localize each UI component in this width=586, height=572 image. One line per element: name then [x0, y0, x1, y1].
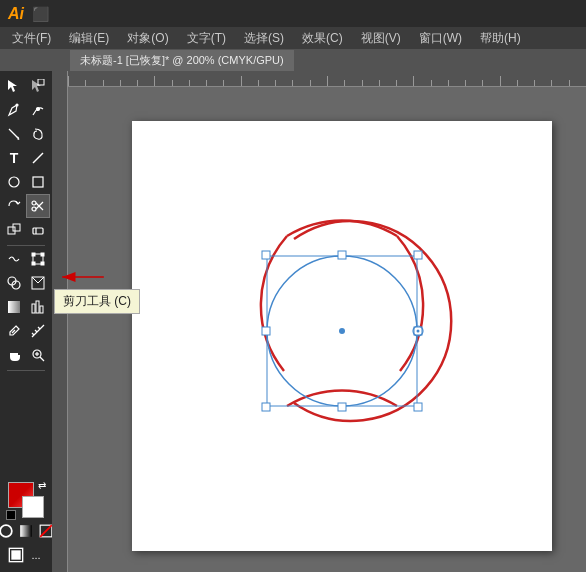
ruler-left — [52, 71, 68, 572]
menu-window[interactable]: 窗口(W) — [411, 28, 470, 49]
svg-rect-52 — [338, 251, 346, 259]
eyedropper-tool[interactable] — [3, 320, 25, 342]
menu-view[interactable]: 视图(V) — [353, 28, 409, 49]
divider-1 — [7, 245, 45, 246]
svg-rect-17 — [32, 253, 35, 256]
artboard-icon[interactable] — [7, 546, 25, 564]
scale-tool[interactable] — [3, 219, 25, 241]
menu-bar: 文件(F) 编辑(E) 对象(O) 文字(T) 选择(S) 效果(C) 视图(V… — [0, 27, 586, 49]
svg-rect-20 — [41, 262, 44, 265]
menu-object[interactable]: 对象(O) — [119, 28, 176, 49]
svg-marker-0 — [8, 80, 17, 92]
ellipse-tool[interactable] — [3, 171, 25, 193]
svg-point-8 — [32, 201, 36, 205]
curvature-tool[interactable] — [27, 99, 49, 121]
menu-help[interactable]: 帮助(H) — [472, 28, 529, 49]
svg-rect-50 — [262, 403, 270, 411]
svg-rect-43 — [12, 551, 20, 559]
blob-brush-tool[interactable] — [27, 123, 49, 145]
svg-rect-53 — [338, 403, 346, 411]
svg-line-30 — [12, 330, 15, 333]
pen-tool[interactable] — [3, 99, 25, 121]
svg-rect-19 — [32, 262, 35, 265]
svg-line-35 — [40, 357, 44, 361]
svg-rect-27 — [32, 304, 35, 313]
scissors-tool[interactable] — [27, 195, 49, 217]
svg-rect-26 — [8, 301, 20, 313]
menu-select[interactable]: 选择(S) — [236, 28, 292, 49]
color-section: ⇄ ... — [2, 482, 50, 568]
menu-effect[interactable]: 效果(C) — [294, 28, 351, 49]
toolbar: T — [0, 71, 52, 572]
svg-point-58 — [417, 330, 420, 333]
svg-line-24 — [32, 277, 38, 283]
ruler-top — [52, 71, 586, 87]
rotate-tool[interactable] — [3, 195, 25, 217]
line-tool[interactable] — [27, 147, 49, 169]
divider-2 — [7, 370, 45, 371]
eraser-tool[interactable] — [27, 219, 49, 241]
tab-bar: 未标题-1 [已恢复]* @ 200% (CMYK/GPU) — [0, 49, 586, 71]
select-tool[interactable] — [3, 75, 25, 97]
svg-point-9 — [32, 207, 36, 211]
svg-line-5 — [33, 153, 43, 163]
svg-line-32 — [35, 330, 37, 332]
color-boxes: ⇄ — [8, 482, 44, 518]
title-bar-icon: ⬛ — [32, 6, 49, 22]
warp-tool[interactable] — [3, 248, 25, 270]
main-layout: T — [0, 71, 586, 572]
shapebuilder-tool[interactable] — [3, 272, 25, 294]
perspective-tool[interactable] — [27, 272, 49, 294]
document-tab[interactable]: 未标题-1 [已恢复]* @ 200% (CMYK/GPU) — [70, 50, 294, 71]
menu-text[interactable]: 文字(T) — [179, 28, 234, 49]
free-transform-tool[interactable] — [27, 248, 49, 270]
hand-tool[interactable] — [3, 344, 25, 366]
svg-rect-49 — [414, 251, 422, 259]
direct-select-tool[interactable] — [27, 75, 49, 97]
gradient-tool[interactable] — [3, 296, 25, 318]
svg-line-33 — [38, 327, 40, 329]
document-canvas — [132, 121, 552, 551]
svg-point-38 — [0, 525, 12, 537]
color-mode-icons — [0, 522, 55, 540]
svg-point-4 — [37, 108, 40, 111]
svg-line-31 — [32, 333, 34, 335]
gradient-fill-icon[interactable] — [17, 522, 35, 540]
brush-tool[interactable] — [3, 123, 25, 145]
more-tools-icon[interactable]: ... — [27, 546, 45, 564]
default-colors-icon[interactable] — [6, 510, 16, 520]
svg-line-41 — [40, 525, 52, 537]
svg-line-10 — [36, 203, 43, 210]
svg-rect-48 — [262, 251, 270, 259]
ai-logo: Ai — [8, 6, 24, 22]
background-color[interactable] — [22, 496, 44, 518]
swap-colors-icon[interactable]: ⇄ — [38, 480, 46, 491]
svg-rect-18 — [41, 253, 44, 256]
svg-rect-39 — [20, 525, 32, 537]
svg-rect-7 — [33, 177, 43, 187]
menu-file[interactable]: 文件(F) — [4, 28, 59, 49]
svg-rect-14 — [33, 228, 43, 234]
rect-tool[interactable] — [27, 171, 49, 193]
svg-point-3 — [16, 104, 18, 106]
svg-rect-2 — [38, 79, 44, 85]
type-tool[interactable]: T — [3, 147, 25, 169]
svg-marker-1 — [32, 80, 41, 92]
title-bar: Ai ⬛ — [0, 0, 586, 27]
svg-point-6 — [9, 177, 19, 187]
graph-tool[interactable] — [27, 296, 49, 318]
canvas-area — [52, 71, 586, 572]
svg-line-25 — [38, 277, 44, 283]
measure-tool[interactable] — [27, 320, 49, 342]
drawing-content — [132, 121, 552, 551]
svg-rect-54 — [262, 327, 270, 335]
color-icon[interactable] — [0, 522, 15, 540]
svg-line-11 — [36, 202, 43, 209]
svg-rect-29 — [40, 306, 43, 313]
svg-point-56 — [339, 328, 345, 334]
svg-rect-28 — [36, 301, 39, 313]
menu-edit[interactable]: 编辑(E) — [61, 28, 117, 49]
svg-rect-51 — [414, 403, 422, 411]
zoom-tool[interactable] — [27, 344, 49, 366]
